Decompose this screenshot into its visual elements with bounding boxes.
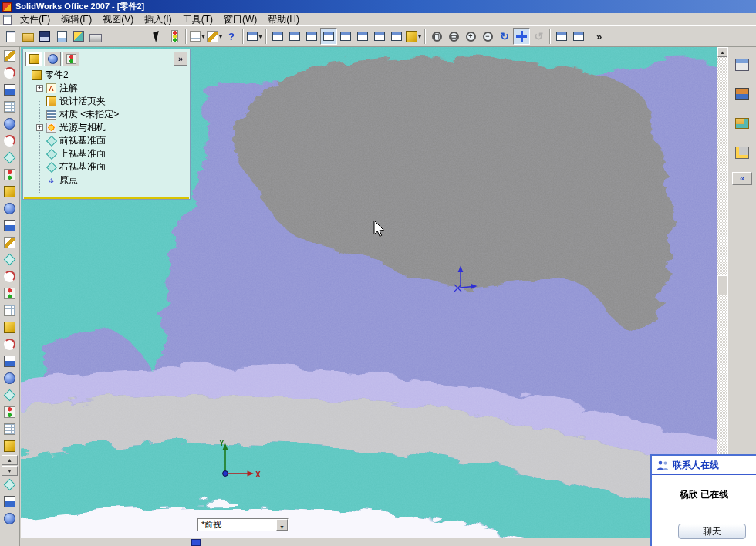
tab-propertymanager[interactable] <box>44 52 61 66</box>
tab-featuremanager[interactable] <box>25 52 42 66</box>
expand-toggle[interactable]: + <box>36 85 43 92</box>
lt-sketch-button[interactable] <box>2 48 18 64</box>
lt-reference-axis-button[interactable] <box>2 494 18 510</box>
pan-button[interactable] <box>513 28 530 45</box>
zoom-in-out-button[interactable]: + <box>462 28 479 45</box>
lt-point-button[interactable] <box>2 201 18 217</box>
grid-snap-button[interactable]: ▾ <box>189 28 206 45</box>
solidworks-resources-button[interactable] <box>731 55 753 75</box>
tree-item-lights-cameras[interactable]: + 光源与相机 <box>25 121 187 134</box>
lt-reference-plane-button[interactable] <box>2 477 18 493</box>
toolbar-separator <box>549 29 551 44</box>
print-button[interactable] <box>87 28 104 45</box>
lt-scroll-up-button[interactable]: ▲ <box>2 455 18 465</box>
feature-manager-tabs: » <box>23 49 190 66</box>
menu-view[interactable]: 视图(V) <box>97 12 139 27</box>
lt-text-button[interactable] <box>2 234 18 251</box>
tree-item-right-plane[interactable]: 右视基准面 <box>25 160 187 174</box>
graphics-area[interactable]: Y X » 零件2 <box>21 47 717 538</box>
view-isometric-button[interactable] <box>371 28 388 45</box>
view-selector-dropdown-button[interactable] <box>276 519 288 531</box>
toolbar-overflow-button[interactable]: » <box>592 29 604 44</box>
lt-offset-entities-button[interactable] <box>2 268 18 285</box>
scrollbar-thumb[interactable] <box>717 275 727 295</box>
lt-tangent-arc-button[interactable] <box>2 150 18 166</box>
open-button[interactable] <box>19 28 36 45</box>
make-drawing-button[interactable] <box>53 28 70 45</box>
lt-scroll-down-button[interactable]: ▼ <box>2 466 18 476</box>
view-left-button[interactable] <box>303 28 320 45</box>
select-button[interactable] <box>149 28 166 45</box>
display-style-button[interactable]: ▾ <box>405 28 422 45</box>
lt-smart-dimension-button[interactable] <box>2 65 18 81</box>
tree-item-origin[interactable]: 原点 <box>25 174 187 187</box>
tree-item-material[interactable]: 材质 <未指定> <box>25 108 187 121</box>
new-button[interactable] <box>2 28 19 45</box>
scroll-up-button[interactable]: ▲ <box>717 47 727 57</box>
lt-extend-entities-button[interactable] <box>2 302 18 318</box>
view-bottom-button[interactable] <box>354 28 371 45</box>
menu-tools[interactable]: 工具(T) <box>177 12 218 27</box>
rotate-view-button[interactable]: ↻ <box>496 28 513 45</box>
lt-coordinate-system-button[interactable] <box>2 511 18 527</box>
view-selector-combo[interactable]: *前视 <box>197 518 289 531</box>
lt-line-button[interactable] <box>2 82 18 98</box>
window-a-button[interactable] <box>553 28 570 45</box>
tree-item-design-binder[interactable]: 设计活页夹 <box>25 95 187 108</box>
view-right-button[interactable] <box>320 28 337 45</box>
section-view-button[interactable]: ↺ <box>530 28 547 45</box>
view-orientation-button[interactable]: ▾ <box>246 28 263 45</box>
selection-filter-button[interactable] <box>166 28 183 45</box>
lt-sketch-fillet-button[interactable] <box>2 336 18 352</box>
lt-rotate-entities-button[interactable] <box>2 387 18 403</box>
hscroll-thumb[interactable] <box>191 539 201 546</box>
file-explorer-button[interactable] <box>731 113 753 133</box>
window-b-button[interactable] <box>570 28 587 45</box>
solidworks-resources-icon <box>735 59 749 71</box>
rollback-bar[interactable] <box>24 197 189 199</box>
tree-item-part[interactable]: 零件2 <box>25 69 187 82</box>
task-pane-collapse-button[interactable]: « <box>732 172 752 185</box>
view-top-button[interactable] <box>337 28 354 45</box>
view-front-button[interactable] <box>269 28 286 45</box>
expand-toggle[interactable]: + <box>36 124 43 131</box>
tree-item-annotations[interactable]: + 注解 <box>25 82 187 95</box>
normal-to-button[interactable] <box>388 28 405 45</box>
view-back-button[interactable] <box>286 28 303 45</box>
window-a-icon <box>556 32 567 41</box>
lt-rectangle-button[interactable] <box>2 99 18 115</box>
lt-spline-button[interactable] <box>2 167 18 183</box>
design-library-button[interactable] <box>731 84 753 104</box>
lt-sketch-chamfer-button[interactable] <box>2 353 18 369</box>
make-assembly-button[interactable] <box>70 28 87 45</box>
tree-item-front-plane[interactable]: 前视基准面 <box>25 134 187 147</box>
panel-expand-button[interactable]: » <box>174 52 187 66</box>
lt-polygon-button[interactable] <box>2 184 18 200</box>
view-palette-button[interactable] <box>731 143 753 163</box>
lt-jog-line-button[interactable] <box>2 438 18 454</box>
zoom-selection-button[interactable]: − <box>479 28 496 45</box>
help-button[interactable]: ? <box>223 28 240 45</box>
zoom-area-button[interactable]: ▭ <box>445 28 462 45</box>
document-icon[interactable] <box>3 15 12 25</box>
lt-circle-button[interactable] <box>2 116 18 132</box>
lt-linear-pattern-button[interactable] <box>2 421 18 437</box>
chat-button[interactable]: 聊天 <box>678 524 746 539</box>
lt-centerline-button[interactable] <box>2 217 18 234</box>
menu-insert[interactable]: 插入(I) <box>139 12 177 27</box>
menu-edit[interactable]: 编辑(E) <box>56 12 97 27</box>
tree-item-top-plane[interactable]: 上视基准面 <box>25 147 187 160</box>
lt-convert-entities-button[interactable] <box>2 319 18 335</box>
tab-configurationmanager[interactable] <box>62 52 79 66</box>
sketch-button[interactable]: ▾ <box>206 28 223 45</box>
lt-mirror-entities-button[interactable] <box>2 251 18 268</box>
save-button[interactable] <box>36 28 53 45</box>
menu-file[interactable]: 文件(F) <box>15 12 56 27</box>
lt-centerpoint-arc-button[interactable] <box>2 133 18 149</box>
menu-help[interactable]: 帮助(H) <box>262 12 305 27</box>
zoom-fit-button[interactable]: ◻ <box>428 28 445 45</box>
lt-move-entities-button[interactable] <box>2 370 18 386</box>
lt-scale-entities-button[interactable] <box>2 404 18 420</box>
lt-trim-entities-button[interactable] <box>2 285 18 302</box>
menu-window[interactable]: 窗口(W) <box>218 12 262 27</box>
